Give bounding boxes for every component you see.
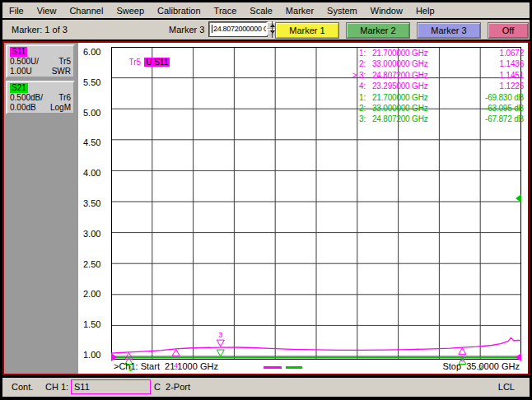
marker-value: 1.0672 [455, 48, 524, 58]
logm-marker-active[interactable] [217, 350, 224, 356]
menu-item-file[interactable]: File [2, 6, 30, 16]
menu-item-scale[interactable]: Scale [243, 6, 279, 16]
swr-marker[interactable] [172, 349, 180, 356]
swr-ref-arrow-right [516, 353, 521, 361]
text-caret [212, 25, 212, 33]
marker-3-button[interactable]: Marker 3 [417, 22, 481, 39]
marker-2-button[interactable]: Marker 2 [346, 22, 410, 39]
measurement-chip: S11 [10, 47, 27, 57]
sweep-mode-status: Cont. [12, 382, 33, 392]
y-tick-label: 4.50 [78, 137, 108, 147]
swr-marker-readout-row: 1:21.700000 GHz1.0672 [344, 48, 524, 58]
marker-value: 1.1225 [455, 81, 524, 91]
toolbar-divider [272, 21, 273, 38]
menu-item-marker[interactable]: Marker [279, 6, 320, 16]
marker-frequency: 33.000000 GHz [366, 58, 455, 69]
marker-number: 3: [344, 114, 366, 124]
marker-frequency: 33.000000 GHz [366, 103, 455, 114]
swr-trace-legend-dash [264, 366, 282, 369]
menu-item-view[interactable]: View [30, 6, 63, 16]
y-tick-label: 2.50 [78, 259, 108, 269]
vna-app-window: { "menu": { "items": ["File","View","Cha… [0, 0, 532, 400]
logm-marker-readout-row: 1:21.700000 GHz-69.830 dB [344, 92, 524, 103]
trace-measurement-label: U S11 [144, 58, 170, 67]
y-axis-ticks: 6.005.505.004.504.003.503.002.502.001.50… [78, 47, 108, 360]
active-marker-number: 3 [218, 330, 222, 339]
trace-status-sidebar: S110.500U/Tr51.00USWRS210.500dB/Tr60.00d… [4, 43, 78, 374]
y-tick-label: 5.00 [78, 108, 108, 118]
marker-frequency: 21.700000 GHz [366, 48, 455, 58]
menu-item-sweep[interactable]: Sweep [110, 6, 151, 16]
stop-frequency-label: Stop 35.0000 GHz [442, 361, 520, 371]
trace-format: LogM [50, 103, 71, 113]
trace-number-label: Tr5 [129, 58, 142, 67]
channel-window: S110.500U/Tr51.00USWRS210.500dB/Tr60.00d… [2, 41, 530, 375]
marker-value: 1.1451 [455, 70, 524, 81]
marker-number: 4: [344, 81, 366, 91]
y-tick-label: 1.00 [78, 350, 108, 360]
chart-area: 6.005.505.004.504.003.503.002.502.001.50… [78, 43, 528, 374]
marker-value: -63.095 dB [455, 103, 524, 114]
marker-frequency: 21.700000 GHz [366, 92, 455, 103]
menu-item-window[interactable]: Window [364, 6, 409, 16]
y-tick-label: 2.00 [78, 289, 108, 299]
trace-status-box-s21[interactable]: S210.500dB/Tr60.00dBLogM [6, 81, 75, 114]
menu-item-help[interactable]: Help [409, 6, 441, 16]
marker-value: -69.830 dB [455, 92, 524, 103]
scale-per-div: 0.500U/ [10, 57, 39, 67]
marker-1-button[interactable]: Marker 1 [275, 22, 339, 39]
y-tick-label: 6.00 [78, 47, 108, 57]
marker-value: -67.872 dB [455, 114, 524, 124]
y-tick-label: 5.50 [78, 77, 108, 87]
marker-toolbar: Marker: 1 of 3 Marker 3 24.8072000000 GH… [2, 20, 530, 40]
y-tick-label: 3.00 [78, 229, 108, 239]
off-button[interactable]: Off [488, 22, 529, 39]
marker-field-label: Marker 3 [169, 25, 204, 35]
status-bar: Cont. CH 1: S11 C 2-Port LCL [2, 378, 530, 397]
marker-frequency: 23.295000 GHz [366, 81, 455, 91]
marker-number: 1: [344, 48, 366, 58]
start-frequency-label: >Ch1: Start 21.1000 GHz [114, 361, 218, 371]
reference-value: 1.00U [10, 67, 32, 77]
swr-marker-readout-row: 4:23.295000 GHz1.1225 [344, 81, 524, 91]
marker-value: 1.1436 [455, 58, 524, 69]
trace-format: SWR [52, 67, 71, 77]
channel-label: CH 1: [45, 382, 68, 392]
logm-marker-readout-row: 2:33.000000 GHz-63.095 dB [344, 103, 524, 114]
trace-id: Tr6 [58, 93, 71, 103]
marker-number: 2: [344, 103, 366, 114]
marker-number: 2: [344, 58, 366, 69]
menu-bar: FileViewChannelSweepCalibrationTraceScal… [2, 2, 530, 18]
marker-frequency-input[interactable]: 24.8072000000 GHz [209, 22, 267, 36]
swr-marker-readout-row: > 3:24.807200 GHz1.1451 [344, 70, 524, 81]
marker-frequency: 24.807200 GHz [366, 114, 455, 124]
swr-marker-readout-row: 2:33.000000 GHz1.1436 [344, 58, 524, 69]
y-tick-label: 3.50 [78, 198, 108, 208]
marker-readout-table: 1:21.700000 GHz1.06722:33.000000 GHz1.14… [344, 48, 524, 125]
trace-id: Tr5 [58, 57, 71, 67]
calibration-status: C 2-Port [154, 382, 190, 392]
x-axis-annotation: >Ch1: Start 21.1000 GHz Stop 35.0000 GHz [111, 361, 521, 373]
menu-item-calibration[interactable]: Calibration [151, 6, 208, 16]
marker-count-status: Marker: 1 of 3 [12, 25, 68, 35]
scale-per-div: 0.500dB/ [10, 93, 43, 103]
marker-number: 1: [344, 92, 366, 103]
active-trace-title: Tr5U S11 [115, 49, 170, 76]
trace-status-box-s11[interactable]: S110.500U/Tr51.00USWR [6, 44, 75, 78]
marker-number: > 3: [344, 70, 366, 81]
menu-item-channel[interactable]: Channel [63, 6, 110, 16]
active-measurement-box: S11 [71, 379, 151, 394]
measurement-chip: S21 [10, 83, 28, 93]
logm-trace-legend-dash [286, 366, 302, 369]
swr-ref-arrow-left [111, 353, 117, 361]
menu-item-system[interactable]: System [320, 6, 364, 16]
reference-value: 0.00dB [10, 103, 36, 113]
marker-frequency: 24.807200 GHz [366, 70, 455, 81]
logm-marker-readout-row: 3:24.807200 GHz-67.872 dB [344, 114, 524, 124]
menu-item-trace[interactable]: Trace [208, 6, 244, 16]
y-tick-label: 4.00 [78, 168, 108, 178]
swr-marker-active[interactable] [217, 340, 224, 347]
y-tick-label: 1.50 [78, 319, 108, 329]
local-mode-status: LCL [498, 382, 515, 392]
